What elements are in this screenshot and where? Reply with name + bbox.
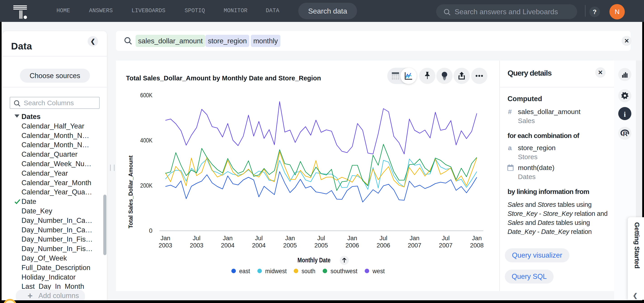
svg-text:Monthly Date: Monthly Date <box>298 256 330 264</box>
svg-text:east: east <box>239 268 250 275</box>
svg-text:2006: 2006 <box>377 242 390 249</box>
svg-text:2005: 2005 <box>314 242 328 249</box>
svg-text:2007: 2007 <box>408 242 422 249</box>
svg-text:Jul: Jul <box>255 235 263 242</box>
svg-text:2003: 2003 <box>190 242 203 249</box>
svg-text:2004: 2004 <box>221 242 234 249</box>
svg-text:Jan: Jan <box>161 235 170 242</box>
svg-text:west: west <box>372 268 385 275</box>
svg-text:south: south <box>302 268 316 275</box>
svg-text:Jan: Jan <box>472 235 482 242</box>
svg-text:2003: 2003 <box>159 242 172 249</box>
svg-text:Jul: Jul <box>380 235 388 242</box>
svg-text:2004: 2004 <box>252 242 266 249</box>
svg-text:Total Sales_Dollar_Amount: Total Sales_Dollar_Amount <box>128 155 134 229</box>
svg-text:400K: 400K <box>140 137 152 144</box>
svg-text:Jan: Jan <box>285 235 295 242</box>
svg-text:0: 0 <box>149 227 152 234</box>
svg-text:2005: 2005 <box>283 242 297 249</box>
svg-text:midwest: midwest <box>265 268 287 275</box>
svg-text:Jul: Jul <box>317 235 325 242</box>
svg-text:2008: 2008 <box>470 242 484 249</box>
svg-text:R: R <box>623 130 628 137</box>
svg-text:Jan: Jan <box>410 235 420 242</box>
svg-text:200K: 200K <box>140 182 152 189</box>
svg-text:Jan: Jan <box>223 235 233 242</box>
svg-text:Jul: Jul <box>193 235 201 242</box>
svg-text:Jul: Jul <box>442 235 450 242</box>
svg-text:600K: 600K <box>140 92 152 99</box>
svg-text:southwest: southwest <box>330 268 358 275</box>
svg-text:2007: 2007 <box>439 242 452 249</box>
svg-text:2006: 2006 <box>346 242 359 249</box>
svg-text:Jan: Jan <box>348 235 358 242</box>
